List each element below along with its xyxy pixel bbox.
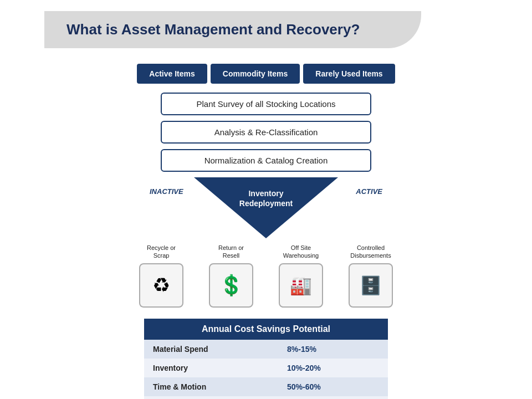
category-processing: Processing xyxy=(144,396,278,399)
icon-label-recycle: Recycle orScrap xyxy=(147,244,176,260)
value-time-motion: 50%-60% xyxy=(278,377,388,396)
dollar-icon: 💲 xyxy=(219,274,244,297)
flow-box-3: Normalization & Catalog Creation xyxy=(161,149,371,172)
table-row: Material Spend 8%-15% xyxy=(144,340,388,359)
icon-item-warehouse: Off SiteWarehousing 🏭 xyxy=(270,244,331,308)
table-row: Processing 25%-60% xyxy=(144,396,388,399)
icon-box-return: 💲 xyxy=(209,263,253,308)
tab-row: Active Items Commodity Items Rarely Used… xyxy=(137,64,395,84)
icon-label-warehouse: Off SiteWarehousing xyxy=(283,244,319,260)
savings-section: Annual Cost Savings Potential Material S… xyxy=(144,319,388,399)
icon-item-disbursements: ControlledDisbursements 🗄️ xyxy=(340,244,401,308)
warehouse-icon: 🏭 xyxy=(290,275,312,296)
value-processing: 25%-60% xyxy=(278,396,388,399)
icons-row: Recycle orScrap ♻ Return orResell 💲 Off … xyxy=(131,244,401,308)
main-content: Active Items Commodity Items Rarely Used… xyxy=(72,64,460,399)
triangle-row: INACTIVE Inventory Redeployment ACTIVE xyxy=(133,177,399,238)
savings-table: Material Spend 8%-15% Inventory 10%-20% … xyxy=(144,340,388,399)
value-inventory: 10%-20% xyxy=(278,359,388,377)
category-time-motion: Time & Motion xyxy=(144,377,278,396)
page-wrapper: What is Asset Management and Recovery? A… xyxy=(0,0,532,399)
flow-box-1: Plant Survey of all Stocking Locations xyxy=(161,93,371,115)
savings-header: Annual Cost Savings Potential xyxy=(144,319,388,340)
icon-box-disbursements: 🗄️ xyxy=(349,263,393,308)
category-material-spend: Material Spend xyxy=(144,340,278,359)
page-title: What is Asset Management and Recovery? xyxy=(66,21,405,38)
header-banner: What is Asset Management and Recovery? xyxy=(44,11,421,48)
icon-item-recycle: Recycle orScrap ♻ xyxy=(131,244,192,308)
recycle-icon: ♻ xyxy=(152,274,170,297)
icon-label-return: Return orResell xyxy=(218,244,244,260)
triangle-section: INACTIVE Inventory Redeployment ACTIVE R… xyxy=(133,177,399,308)
category-inventory: Inventory xyxy=(144,359,278,377)
triangle-container: Inventory Redeployment xyxy=(194,177,338,238)
active-label: ACTIVE xyxy=(356,187,382,196)
value-material-spend: 8%-15% xyxy=(278,340,388,359)
icon-box-warehouse: 🏭 xyxy=(279,263,323,308)
triangle-label: Inventory Redeployment xyxy=(233,188,299,208)
table-row: Time & Motion 50%-60% xyxy=(144,377,388,396)
flow-box-2: Analysis & Re-Classification xyxy=(161,121,371,144)
tab-commodity-items[interactable]: Commodity Items xyxy=(211,64,300,84)
tab-active-items[interactable]: Active Items xyxy=(137,64,207,84)
icon-box-recycle: ♻ xyxy=(139,263,183,308)
table-row: Inventory 10%-20% xyxy=(144,359,388,377)
icon-item-return: Return orResell 💲 xyxy=(201,244,262,308)
inactive-label: INACTIVE xyxy=(150,187,183,196)
icon-label-disbursements: ControlledDisbursements xyxy=(350,244,391,260)
tab-rarely-used-items[interactable]: Rarely Used Items xyxy=(303,64,395,84)
cabinet-icon: 🗄️ xyxy=(360,275,382,296)
